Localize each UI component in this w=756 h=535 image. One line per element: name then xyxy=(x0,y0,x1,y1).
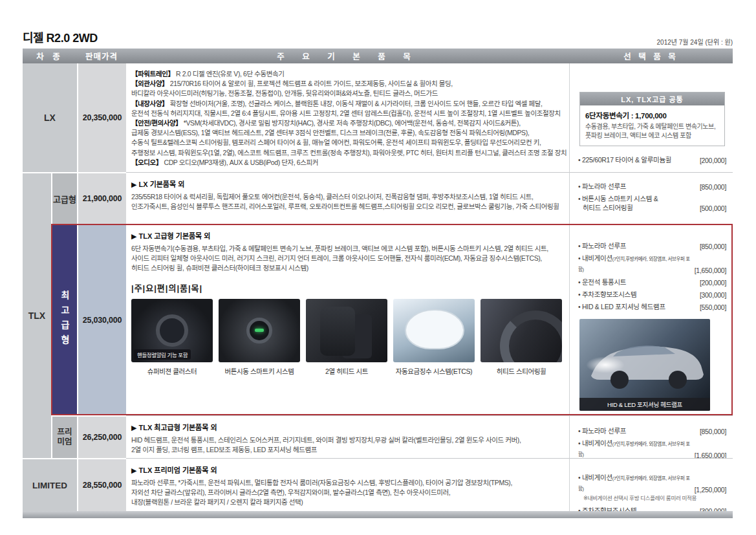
spec-line: 【내장사양】 확장형 선바이저(거울, 조명), 선글라스 케이스, 블랙원톤 … xyxy=(131,99,567,109)
tlx-premium-price-cell: 26,250,000 xyxy=(77,415,126,458)
option-price: [850,000] xyxy=(700,428,726,435)
feature-item: 2열 히티드 시트 xyxy=(306,299,387,376)
common-option-name: 6단자동변속기 : 1,700,000 xyxy=(585,110,719,120)
gauge-ring-icon xyxy=(156,314,188,347)
option-label: 225/60R17 타이어 & 알루미늄휠 xyxy=(578,155,697,164)
section-header: ▶ LX 기본품목 외 xyxy=(131,179,567,189)
option-label: 주차조향보조시스템 xyxy=(578,290,697,299)
spec-line: 수동식 틸트&텔레스코픽 스티어링휠, 템포러리 스페어 타이어 & 휠, 매뉴… xyxy=(131,138,567,147)
tlx-top-price-cell: 25,030,000 xyxy=(77,224,126,415)
limited-items-cell: ▶ TLX 프리미엄 기본품목 외 파노라마 선루프, *가죽시트, 운전석 파… xyxy=(126,458,569,511)
option-label: 파노라마 선루프 xyxy=(578,426,697,435)
column-header-price: 판매가격 xyxy=(77,50,126,62)
section-header: ▶ TLX 프리미엄 기본품목 외 xyxy=(131,464,567,475)
feature-caption: 히티드 스티어링휠 xyxy=(481,366,562,376)
lx-price-cell: 20,350,000 xyxy=(77,63,126,172)
option-label: 내비게이션 xyxy=(582,474,612,481)
tlx-model-cell: TLX xyxy=(23,172,51,458)
tlx-top-label: 최고급형 xyxy=(58,290,71,350)
option-price: [850,000] xyxy=(700,243,726,250)
feature-item: 자동요금징수 시스템(ETCS) xyxy=(393,299,475,376)
option-label: HID & LED 포지셔닝 헤드램프 xyxy=(578,302,697,311)
feature-item: 핸들정렬알림 기능 포함 슈퍼비젼 클러스터 xyxy=(131,299,213,376)
car-image-caption: HID & LED 포지셔닝 헤드램프 xyxy=(579,398,710,411)
spec-line: 【파워트레인】 R 2.0 디젤 엔진(유로 V), 6단 수동변속기 xyxy=(131,69,567,79)
section-header: ▶ TLX 최고급형 기본품목 외 xyxy=(131,422,567,432)
limited-price-cell: 28,550,000 xyxy=(77,458,126,511)
limited-options-cell: 내비게이션(7인치,후방카메라, 외장앰프, 서브우퍼 포함) [1,250,0… xyxy=(569,458,733,511)
feature-badge: 핸들정렬알림 기능 포함 xyxy=(134,349,191,360)
option-price: [850,000] xyxy=(700,183,726,191)
option-item: 225/60R17 타이어 & 알루미늄휠 [200,000] xyxy=(578,155,726,164)
feature-item: 히티드 스티어링휠 xyxy=(481,299,562,376)
tlx-premium-label-cell: 프리 미엄 xyxy=(51,415,77,458)
spec-line: 【오디오】 CDP 오디오(MP3재생), AUX & USB(iPod) 단자… xyxy=(131,158,567,168)
option-item: 내비게이션(7인치,후방카메라, 외장앰프, 서브우퍼 포함) [1,250,0… xyxy=(578,473,726,494)
limited-model-cell: LIMITED xyxy=(23,458,77,511)
lx-options-cell: LX, TLX고급 공통 6단자동변속기 : 1,700,000 수동겸용, 부… xyxy=(569,63,733,172)
column-header-options: 선 택 품 목 xyxy=(569,50,733,62)
spec-line: 내장(블랙원톤 / 브라운 칼라 패키지 / 오렌지 칼라 패키지중 선택) xyxy=(131,497,567,507)
page-title: 디젤 R2.0 2WD xyxy=(23,28,98,45)
option-item: 버튼시동 스마트키 시스템 & 히티드 스티어링휠 [500,000] xyxy=(578,194,726,212)
spec-line: 바디칼라 아웃사이드미러(히팅기능, 전동조절, 전동접이), 안개등, 뒷유리… xyxy=(131,89,567,98)
table-body-grid: LX 20,350,000 【파워트레인】 R 2.0 디젤 엔진(유로 V),… xyxy=(23,63,733,511)
spec-line: 6단 자동변속기(수동겸용, 부츠타입, 가죽 & 메탈페인트 변속기 노브, … xyxy=(131,244,567,254)
option-label: 파노라마 선루프 xyxy=(578,241,697,250)
tlx-standard-items-cell: ▶ LX 기본품목 외 235/55R18 타이어 & 럭셔리휠, 독립제어 풀… xyxy=(126,172,569,224)
option-note: ※내비게이션 선택시 후방 디스플레이 룸미러 미적용 xyxy=(583,494,726,501)
spec-line: 【외관사양】 215/70R16 타이어 & 알로이 휠, 프로젝션 헤드램프 … xyxy=(131,79,567,89)
engine-start-light xyxy=(255,329,264,332)
tlx-top-items-cell: ▶ TLX 고급형 기본품목 외 6단 자동변속기(수동겸용, 부츠타입, 가죽… xyxy=(126,224,569,415)
option-item: 내비게이션(7인치,후방카메라, 외장앰프, 서브우퍼 포함) [1,650,0… xyxy=(578,439,726,458)
option-item: HID & LED 포지셔닝 헤드램프 [550,000] xyxy=(578,302,726,311)
date-note: 2012년 7월 24일 (단위 : 원) xyxy=(657,37,733,47)
tlx-top-options-cell: 파노라마 선루프 [850,000] 내비게이션(7인치,후방카메라, 외장앰프… xyxy=(569,224,733,415)
column-header-model: 차 종 xyxy=(23,50,77,62)
option-price: [500,000] xyxy=(700,204,726,212)
spec-line: HID 헤드램프, 운전석 통풍시트, 스테인리스 도어스커프, 러기지네트, … xyxy=(131,435,567,445)
steering-wheel-icon xyxy=(500,311,562,362)
option-item: 내비게이션(7인치,후방카메라, 외장앰프, 서브우퍼 포함) [1,650,0… xyxy=(578,254,726,274)
option-price: [300,000] xyxy=(700,291,726,299)
option-price: [200,000] xyxy=(700,157,726,164)
common-option-box-title: LX, TLX고급 공통 xyxy=(580,93,724,105)
option-price: [1,650,000] xyxy=(695,267,726,274)
common-option-box: LX, TLX고급 공통 6단자동변속기 : 1,700,000 수동겸용, 부… xyxy=(579,92,725,146)
spec-line: 주행정보 시스템, 파워윈도우(1열, 2열), 에스코트 헤드램프, 크루즈 … xyxy=(131,148,567,158)
supervision-cluster-image: 핸들정렬알림 기능 포함 xyxy=(131,299,213,362)
trim-price-table: 차 종 판매가격 주 요 기 본 품 목 선 택 품 목 LX 20,350,0… xyxy=(23,49,733,511)
sheet-topbar: 디젤 R2.0 2WD 2012년 7월 24일 (단위 : 원) xyxy=(23,27,733,47)
option-label: 주차조향보조시스템 xyxy=(578,506,697,511)
common-option-desc: 수동겸용, 부츠타입, 가죽 & 메탈페인트 변속기노브, xyxy=(585,122,719,131)
option-price: [1,250,000] xyxy=(695,486,726,494)
option-price: [1,650,000] xyxy=(695,452,726,458)
spec-line: 히티드 스티어링 휠, 슈퍼비젼 클러스터(하이테크 정보표시 시스템) xyxy=(131,263,567,273)
option-item: 파노라마 선루프 [850,000] xyxy=(578,241,726,250)
tlx-standard-price-cell: 21,900,000 xyxy=(77,172,126,224)
option-item: 주차조향보조시스템 [300,000] xyxy=(578,290,726,299)
heated-seat-image xyxy=(306,299,387,362)
tlx-top-label-cell: 최고급형 xyxy=(51,224,77,415)
option-label: 내비게이션 xyxy=(582,254,612,262)
option-label: 운전석 통풍시트 xyxy=(578,278,697,287)
spec-line: 2열 이지 폴딩, 코너링 램프, LED보조 제동등, LED 포지셔닝 헤드… xyxy=(131,445,567,455)
spec-line: 파노라마 선루프, *가죽시트, 운전석 파워시트, 멀티통합 전자식 룸미러(… xyxy=(131,478,567,488)
option-label: 내비게이션 xyxy=(582,439,612,447)
side-mirror-icon xyxy=(405,309,464,349)
spec-line: 【안전/편의사양】 *VSM(차세대VDC), 경사로 밀림 방지장치(HAC)… xyxy=(131,118,567,128)
option-label: 버튼시동 스마트키 시스템 & xyxy=(578,194,697,203)
tlx-standard-label-cell: 고급형 xyxy=(51,172,77,224)
option-price: [550,000] xyxy=(700,303,726,311)
feature-caption: 2열 히티드 시트 xyxy=(306,366,387,376)
hid-led-headlamp-car-image: HID & LED 포지셔닝 헤드램프 xyxy=(579,319,710,411)
feature-item: 버튼시동 스마트키 시스템 xyxy=(219,299,300,376)
etcs-mirror-image xyxy=(393,299,475,362)
price-sheet-page: 디젤 R2.0 2WD 2012년 7월 24일 (단위 : 원) 차 종 판매… xyxy=(0,0,756,535)
tlx-standard-options-cell: 파노라마 선루프 [850,000] 버튼시동 스마트키 시스템 & 히티드 스… xyxy=(569,172,733,224)
option-item: 운전석 통풍시트 [200,000] xyxy=(578,278,726,287)
feature-image-strip: 핸들정렬알림 기능 포함 슈퍼비젼 클러스터 버튼시동 스마트키 시스템 xyxy=(131,299,567,376)
lx-items-cell: 【파워트레인】 R 2.0 디젤 엔진(유로 V), 6단 수동변속기 【외관사… xyxy=(126,63,569,172)
footer-bar xyxy=(23,511,733,518)
feature-section-heading: |주|요|편|의|품|목| xyxy=(131,281,567,294)
